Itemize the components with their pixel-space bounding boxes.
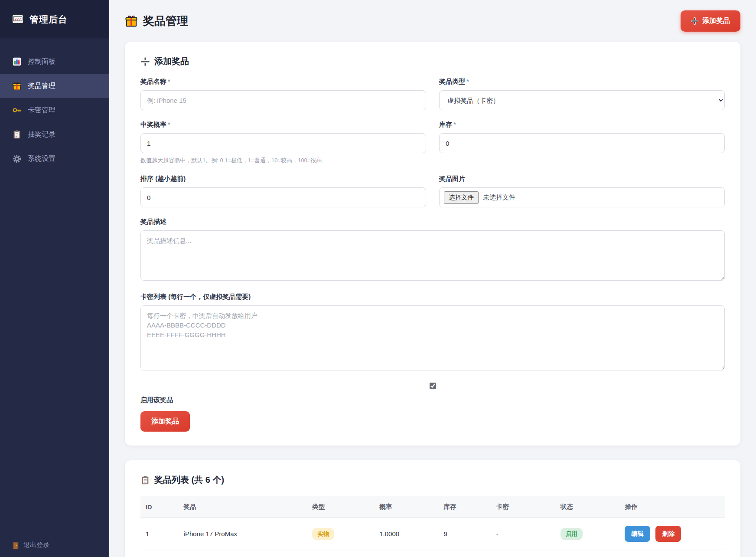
cell-stock: 10 (438, 550, 491, 557)
sort-label: 排序 (越小越前) (140, 175, 426, 183)
description-label: 奖品描述 (140, 218, 725, 226)
gift-icon (125, 14, 138, 27)
prize-image-file-input[interactable]: 选择文件 未选择文件 (439, 187, 725, 207)
submit-add-prize-button[interactable]: 添加奖品 (140, 411, 190, 432)
status-badge: 启用 (560, 528, 583, 540)
enable-prize-checkbox[interactable] (430, 383, 436, 389)
sidebar-item-prizes[interactable]: 奖品管理 (0, 74, 109, 98)
cell-probability: 1.0000 (374, 550, 438, 557)
field-probability: 中奖概率* 数值越大越容易中，默认1。例: 0.1=极低，1=普通，10=较高，… (140, 121, 426, 164)
delete-button[interactable]: 删除 (655, 526, 681, 542)
add-prize-button[interactable]: 添加奖品 (681, 10, 740, 32)
door-icon (12, 541, 19, 549)
cell-type: 实物 (307, 518, 374, 550)
field-prize-name: 奖品名称* (140, 78, 426, 110)
cell-codes: - (491, 518, 555, 550)
edit-button[interactable]: 编辑 (625, 526, 650, 542)
cell-stock: 9 (438, 518, 491, 550)
prize-name-label: 奖品名称* (140, 78, 426, 86)
sidebar-item-codes[interactable]: 卡密管理 (0, 98, 109, 122)
col-probability: 概率 (374, 496, 438, 518)
chart-icon (12, 57, 22, 66)
page-title: 奖品管理 (125, 13, 188, 29)
cell-prize-name: 美的电饭锅 (179, 550, 307, 557)
cell-id: 1 (140, 518, 179, 550)
type-badge: 实物 (312, 528, 334, 540)
field-prize-type: 奖品类型* 虚拟奖品（卡密） (439, 78, 725, 110)
key-icon (12, 105, 22, 115)
probability-input[interactable] (140, 133, 426, 153)
description-textarea[interactable] (140, 230, 725, 281)
svg-text:777: 777 (14, 16, 21, 21)
probability-help-text: 数值越大越容易中，默认1。例: 0.1=极低，1=普通，10=较高，100=很高 (140, 157, 426, 164)
col-type: 类型 (307, 496, 374, 518)
enable-prize-group: 启用该奖品 (140, 383, 725, 404)
main-content: 奖品管理 添加奖品 添加奖品 奖品名称* 奖品类型* (109, 0, 756, 557)
cell-id: 2 (140, 550, 179, 557)
field-stock: 库存* (439, 121, 725, 164)
prize-list-card: 奖品列表 (共 6 个) ID 奖品 类型 概率 库存 卡密 状态 操作 (125, 460, 740, 557)
codes-value: - (496, 530, 499, 537)
slot-machine-icon: 777 (11, 13, 24, 26)
app-title: 管理后台 (29, 13, 68, 26)
stock-label: 库存* (439, 121, 725, 129)
col-prize: 奖品 (179, 496, 307, 518)
codes-textarea[interactable] (140, 305, 725, 370)
cell-codes: 0 个 (491, 550, 555, 557)
sidebar-nav: 控制面板 奖品管理 卡密管理 (0, 39, 109, 533)
codes-label: 卡密列表 (每行一个，仅虚拟奖品需要) (140, 293, 725, 301)
sidebar-header: 777 管理后台 (0, 0, 109, 39)
table-row: 1 iPhone 17 ProMax 实物 1.0000 9 - 启用 编辑 删… (140, 518, 725, 550)
logout-label: 退出登录 (23, 541, 49, 549)
no-file-text: 未选择文件 (483, 193, 515, 202)
choose-file-button[interactable]: 选择文件 (444, 191, 479, 204)
table-row: 2 美的电饭锅 虚拟 1.0000 10 0 个 启用 编辑 删除 (140, 550, 725, 557)
sidebar-item-label: 系统设置 (28, 154, 55, 164)
table-header-row: ID 奖品 类型 概率 库存 卡密 状态 操作 (140, 496, 725, 518)
cell-status: 启用 (555, 550, 619, 557)
prize-image-label: 奖品图片 (439, 175, 725, 183)
prize-list-title: 奖品列表 (共 6 个) (140, 474, 725, 486)
logout-button[interactable]: 退出登录 (0, 533, 109, 557)
sidebar-item-dashboard[interactable]: 控制面板 (0, 49, 109, 74)
prize-type-label: 奖品类型* (439, 78, 725, 86)
field-codes: 卡密列表 (每行一个，仅虚拟奖品需要) (140, 293, 725, 372)
sidebar-item-label: 奖品管理 (28, 82, 55, 91)
enable-prize-label[interactable]: 启用该奖品 (140, 396, 725, 404)
sidebar-item-label: 抽奖记录 (28, 130, 55, 139)
prize-type-select[interactable]: 虚拟奖品（卡密） (439, 90, 725, 110)
probability-label: 中奖概率* (140, 121, 426, 129)
field-sort: 排序 (越小越前) (140, 175, 426, 207)
sort-input[interactable] (140, 187, 426, 207)
plus-icon (691, 17, 698, 25)
sidebar-item-settings[interactable]: 系统设置 (0, 147, 109, 171)
clipboard-icon (140, 475, 150, 485)
sidebar: 777 管理后台 控制面板 奖品管理 (0, 0, 109, 557)
page-header: 奖品管理 添加奖品 (125, 0, 740, 42)
prize-table: ID 奖品 类型 概率 库存 卡密 状态 操作 1 iPhone 17 ProM… (140, 496, 725, 557)
gift-icon (12, 81, 22, 91)
sidebar-item-label: 卡密管理 (28, 106, 55, 115)
field-prize-image: 奖品图片 选择文件 未选择文件 (439, 175, 725, 207)
field-description: 奖品描述 (140, 218, 725, 282)
stock-input[interactable] (439, 133, 725, 153)
col-stock: 库存 (438, 496, 491, 518)
col-status: 状态 (555, 496, 619, 518)
sidebar-item-label: 控制面板 (28, 57, 55, 66)
col-actions: 操作 (619, 496, 725, 518)
cell-probability: 1.0000 (374, 518, 438, 550)
col-codes: 卡密 (491, 496, 555, 518)
cell-actions: 编辑 删除 (619, 550, 725, 557)
form-title: 添加奖品 (140, 56, 725, 67)
cell-prize-name: iPhone 17 ProMax (179, 518, 307, 550)
plus-icon (140, 57, 150, 66)
col-id: ID (140, 496, 179, 518)
cell-actions: 编辑 删除 (619, 518, 725, 550)
cell-type: 虚拟 (307, 550, 374, 557)
add-prize-form-card: 添加奖品 奖品名称* 奖品类型* 虚拟奖品（卡密） 中奖概率* 数值越大越容易中… (125, 42, 740, 446)
clipboard-icon (12, 130, 22, 139)
cell-status: 启用 (555, 518, 619, 550)
sidebar-item-records[interactable]: 抽奖记录 (0, 122, 109, 147)
prize-name-input[interactable] (140, 90, 426, 110)
gear-icon (12, 154, 22, 164)
